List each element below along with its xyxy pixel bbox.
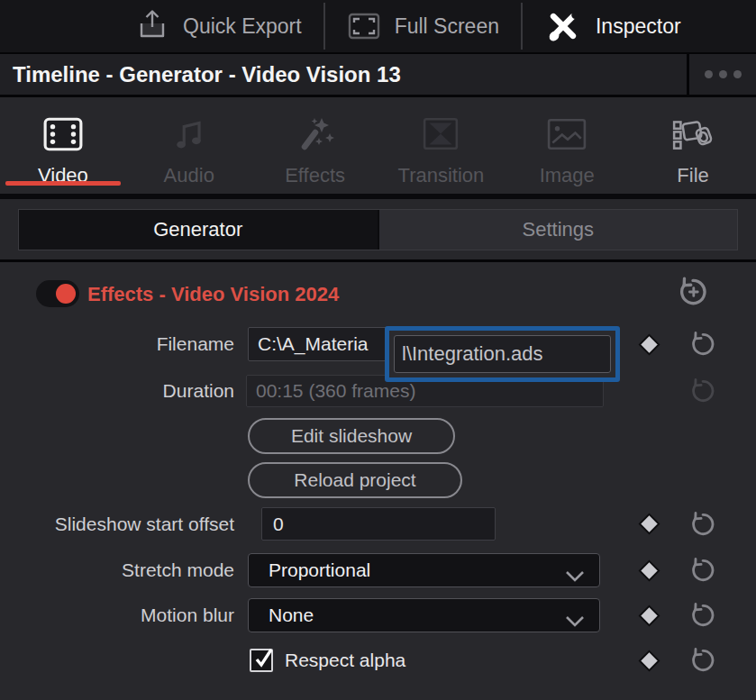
ellipsis-icon: [733, 70, 742, 78]
motion-blur-label: Motion blur: [0, 605, 234, 626]
full-screen-label: Full Screen: [395, 14, 499, 39]
video-icon: [42, 112, 84, 157]
motion-blur-value: None: [269, 605, 314, 626]
effects-enable-toggle[interactable]: [36, 280, 79, 307]
tab-transition-label: Transition: [398, 164, 485, 187]
chevron-down-icon: [565, 611, 585, 632]
slideshow-start-offset-input[interactable]: [261, 507, 496, 541]
tab-image-label: Image: [540, 164, 595, 187]
filename-label: Filename: [0, 333, 234, 355]
stretch-mode-label: Stretch mode: [0, 559, 234, 581]
inspector-icon: [544, 7, 582, 45]
quick-export-button[interactable]: Quick Export: [135, 8, 302, 44]
reset-icon[interactable]: [688, 510, 717, 539]
toolbar-divider: [323, 3, 325, 50]
subtab-generator[interactable]: Generator: [19, 210, 379, 250]
keyframe-diamond-icon[interactable]: [636, 558, 662, 584]
inspector-title-bar: Timeline - Generator - Video Vision 13: [0, 54, 756, 97]
stretch-mode-row: Stretch mode Proportional: [0, 553, 756, 587]
motion-blur-dropdown[interactable]: None: [248, 598, 600, 632]
duration-row: Duration: [0, 375, 756, 407]
chevron-down-icon: [565, 566, 585, 587]
reset-icon-disabled: [688, 377, 717, 405]
subtab-bar: Generator Settings: [0, 199, 756, 262]
tab-effects-label: Effects: [285, 164, 345, 187]
top-toolbar: Quick Export Full Screen I: [0, 0, 756, 54]
filename-overflow-text: l\Integration.ads: [394, 335, 611, 373]
page-title: Timeline - Generator - Video Vision 13: [0, 62, 401, 87]
keyframe-diamond-icon[interactable]: [636, 648, 662, 674]
respect-alpha-checkbox[interactable]: [250, 649, 273, 672]
tab-video-label: Video: [38, 164, 88, 187]
quick-export-icon: [135, 8, 169, 44]
keyframe-add-reset-icon[interactable]: [676, 275, 710, 313]
quick-export-label: Quick Export: [183, 14, 302, 39]
tab-image[interactable]: Image: [504, 97, 630, 194]
tab-audio[interactable]: Audio: [126, 97, 252, 194]
image-icon: [547, 112, 587, 157]
reset-icon[interactable]: [688, 601, 717, 630]
reload-project-button[interactable]: Reload project: [248, 462, 462, 498]
more-options-button[interactable]: [687, 54, 756, 95]
motion-blur-row: Motion blur None: [0, 598, 756, 632]
generator-panel: Effects - Video Vision 2024 Filename l\I…: [0, 262, 756, 687]
ellipsis-icon: [719, 70, 727, 78]
duration-label: Duration: [0, 380, 234, 402]
reset-icon[interactable]: [688, 556, 717, 585]
effects-icon: [295, 112, 336, 157]
stretch-mode-dropdown[interactable]: Proportional: [248, 553, 600, 587]
audio-icon: [170, 112, 208, 157]
subtab-segmented-control: Generator Settings: [18, 209, 738, 250]
reset-icon[interactable]: [688, 646, 717, 675]
subtab-settings[interactable]: Settings: [379, 210, 738, 250]
tab-file-label: File: [677, 164, 708, 187]
tab-audio-label: Audio: [164, 164, 214, 187]
toolbar-divider: [521, 3, 523, 50]
keyframe-diamond-icon[interactable]: [636, 511, 662, 537]
edit-slideshow-button[interactable]: Edit slideshow: [248, 418, 455, 454]
tab-effects[interactable]: Effects: [252, 97, 378, 194]
tab-file[interactable]: File: [630, 97, 756, 194]
tab-transition[interactable]: Transition: [378, 97, 504, 194]
keyframe-diamond-icon[interactable]: [636, 332, 662, 358]
section-title: Effects - Video Vision 2024: [87, 283, 339, 306]
inspector-tabs: Video Audio Effects: [0, 97, 756, 199]
inspector-label: Inspector: [596, 14, 681, 39]
full-screen-icon: [347, 12, 381, 41]
respect-alpha-row: Respect alpha: [0, 644, 756, 677]
toggle-knob: [56, 284, 76, 304]
slideshow-start-offset-row: Slideshow start offset: [0, 507, 756, 541]
filename-row: Filename: [0, 327, 756, 361]
stretch-mode-value: Proportional: [269, 559, 370, 581]
tab-video[interactable]: Video: [0, 97, 126, 194]
respect-alpha-label: Respect alpha: [285, 650, 405, 671]
reset-icon[interactable]: [688, 330, 717, 359]
inspector-button[interactable]: Inspector: [544, 7, 681, 45]
checkmark-icon: [250, 645, 278, 672]
slideshow-start-offset-label: Slideshow start offset: [0, 514, 234, 535]
file-icon: [671, 112, 715, 157]
full-screen-button[interactable]: Full Screen: [347, 12, 499, 41]
filename-overflow-tooltip: l\Integration.ads: [385, 326, 620, 382]
keyframe-diamond-icon[interactable]: [636, 603, 662, 629]
transition-icon: [422, 112, 460, 157]
ellipsis-icon: [705, 70, 713, 78]
